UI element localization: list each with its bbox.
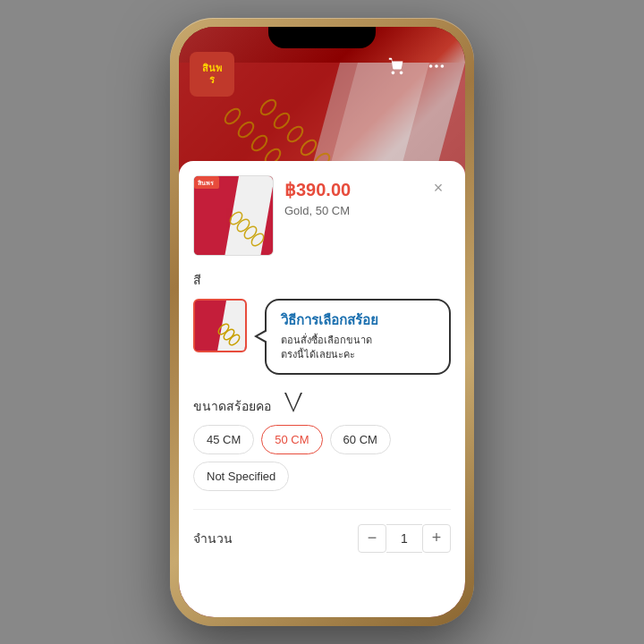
quantity-label: จำนวน xyxy=(193,529,233,548)
phone-screen-wrapper: สินพร xyxy=(179,27,465,617)
screen-content: สินพร xyxy=(179,27,465,617)
color-section-label: สี xyxy=(193,270,451,290)
quantity-decrease-button[interactable]: − xyxy=(358,524,386,553)
quantity-increase-button[interactable]: + xyxy=(422,524,451,553)
quantity-controls: − 1 + xyxy=(358,524,451,553)
svg-text:สินพร: สินพร xyxy=(198,180,214,186)
store-badge: สินพร xyxy=(190,52,234,97)
phone-shell: สินพร xyxy=(170,18,474,626)
product-info: ฿390.00 Gold, 50 CM xyxy=(284,175,415,217)
svg-point-16 xyxy=(435,64,438,68)
bubble-title: วิธีการเลือกสร้อย xyxy=(281,311,435,329)
product-thumbnail: สินพร xyxy=(193,175,274,256)
speech-bubble: วิธีการเลือกสร้อย ตอนสั่งซื้อเลือกขนาด ต… xyxy=(265,299,451,375)
product-row: สินพร ฿390.00 Gold, 50 CM × xyxy=(193,175,451,256)
store-badge-text: สินพร xyxy=(202,63,222,86)
size-option-50cm[interactable]: 50 CM xyxy=(261,425,322,454)
cart-icon[interactable] xyxy=(383,52,411,80)
product-modal: สินพร ฿390.00 Gold, 50 CM × สี xyxy=(179,161,465,617)
size-option-not-specified[interactable]: Not Specified xyxy=(193,462,289,491)
color-thumbnail[interactable] xyxy=(193,299,247,352)
bubble-subtitle-line2: ตรงนี้ได้เลยนะคะ xyxy=(281,347,435,362)
size-options: 45 CM 50 CM 60 CM Not Specified xyxy=(193,425,451,491)
quantity-value: 1 xyxy=(386,524,422,553)
more-icon[interactable] xyxy=(422,52,451,80)
size-section: ขนาดสร้อยคอ 45 CM 50 CM 60 CM Not Specif… xyxy=(193,396,451,491)
color-section-wrapper: สี xyxy=(193,270,451,375)
size-section-label: ขนาดสร้อยคอ xyxy=(193,396,451,416)
svg-point-17 xyxy=(441,64,445,68)
svg-point-15 xyxy=(429,64,433,68)
size-option-45cm[interactable]: 45 CM xyxy=(193,425,254,454)
quantity-section: จำนวน − 1 + xyxy=(193,509,451,553)
product-variant: Gold, 50 CM xyxy=(284,204,415,217)
size-option-60cm[interactable]: 60 CM xyxy=(330,425,391,454)
color-section: วิธีการเลือกสร้อย ตอนสั่งซื้อเลือกขนาด ต… xyxy=(193,299,451,375)
notch xyxy=(268,27,376,48)
bubble-subtitle-line1: ตอนสั่งซื้อเลือกขนาด xyxy=(281,333,435,348)
close-button[interactable]: × xyxy=(426,175,451,200)
product-price: ฿390.00 xyxy=(284,179,415,200)
